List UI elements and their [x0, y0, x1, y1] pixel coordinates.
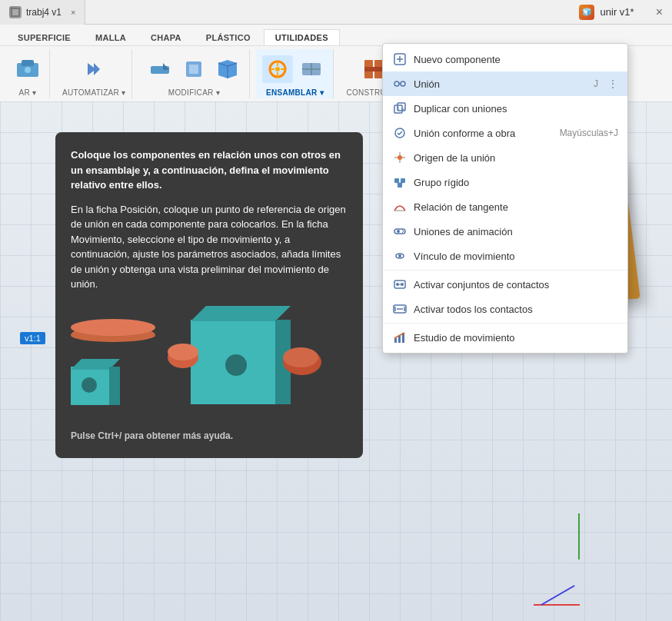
svg-point-42: [397, 230, 400, 233]
scale-badge: v1:1: [20, 332, 45, 344]
menu-item-uniones-animacion[interactable]: Uniones de animación: [383, 219, 627, 244]
ensamblar-icons: [262, 51, 327, 87]
ensamblar-btn2[interactable]: [296, 55, 327, 83]
menu-item-vinculo-movimiento[interactable]: Vínculo de movimiento: [383, 244, 627, 268]
ar-icons: [12, 51, 43, 87]
menu-shortcut-union: J: [594, 78, 598, 89]
menu-icon-union: [392, 76, 408, 91]
svg-rect-35: [394, 178, 399, 183]
tab-plastico[interactable]: PLÁSTICO: [195, 29, 262, 45]
tab-label: trabj4 v1: [26, 7, 62, 18]
menu-icon-origen: [392, 150, 408, 165]
menu-item-estudio-movimiento[interactable]: Estudio de movimiento: [383, 325, 627, 350]
tooltip-para2: En la ficha Posición, coloque un punto d…: [71, 202, 348, 292]
menu-shortcut-union-conforme: Mayúsculas+J: [560, 128, 618, 138]
app-icon: 🧊: [579, 5, 594, 20]
modificar-icons: [145, 51, 243, 87]
svg-point-30: [398, 155, 402, 160]
automatizar-icon: [82, 57, 106, 81]
svg-rect-3: [22, 60, 34, 66]
menu-item-relacion-tangente[interactable]: Relación de tangente: [383, 194, 627, 219]
win-close-button[interactable]: ×: [656, 5, 663, 19]
menu-label-activar-conjuntos: Activar conjuntos de contactos: [414, 279, 618, 291]
tab-chapa[interactable]: CHAPA: [139, 29, 193, 45]
shape-cylinder-top: [71, 319, 155, 344]
title-right: 🧊 unir v1* ×: [579, 5, 672, 20]
illustration-left: [71, 319, 155, 405]
menu-icon-activar-todos: [392, 301, 408, 317]
illustration-right: [168, 304, 321, 420]
tab-malla[interactable]: MALLA: [84, 29, 138, 45]
svg-rect-37: [398, 183, 402, 188]
tab-utilidades[interactable]: UTILIDADES: [264, 29, 340, 45]
tooltip-footer: Pulse Ctrl+/ para obtener más ayuda.: [71, 429, 348, 443]
modificar-btn1[interactable]: [145, 55, 175, 83]
ar-button[interactable]: [12, 55, 43, 83]
menu-icon-activar-conjuntos: [392, 277, 408, 292]
menu-label-duplicar: Duplicar con uniones: [414, 103, 618, 115]
title-bar: trabj4 v1 × 🧊 unir v1* ×: [0, 0, 672, 25]
svg-line-44: [402, 231, 404, 233]
automatizar-icons: [78, 51, 109, 87]
svg-rect-54: [394, 338, 397, 343]
menu-icon-union-conforme: [392, 125, 408, 141]
menu-label-uniones-animacion: Uniones de animación: [414, 226, 618, 237]
ribbon-group-ensamblar: ENSAMBLAR ▾: [256, 49, 334, 98]
menu-separator-1: [383, 270, 627, 271]
modificar-label[interactable]: MODIFICAR ▾: [168, 88, 220, 97]
menu-more-union[interactable]: ⋮: [607, 78, 618, 90]
menu-item-grupo-rigido[interactable]: Grupo rígido: [383, 170, 627, 194]
shape-cube-small: [71, 356, 120, 405]
ensamblar-btn1[interactable]: [262, 55, 293, 83]
axis-y: [578, 513, 580, 560]
ensamblar-label[interactable]: ENSAMBLAR ▾: [266, 88, 324, 97]
svg-rect-7: [189, 65, 198, 74]
menu-item-union[interactable]: Unión J ⋮: [383, 71, 627, 96]
ribbon-group-automatizar: AUTOMATIZAR ▾: [56, 49, 132, 98]
menu-icon-estudio-movimiento: [392, 330, 408, 345]
svg-rect-15: [364, 67, 383, 71]
ribbon-group-modificar: MODIFICAR ▾: [138, 49, 250, 98]
dropdown-menu: Nuevo componente Unión J ⋮ Duplicar con …: [382, 43, 628, 354]
svg-point-22: [394, 81, 399, 86]
menu-label-estudio-movimiento: Estudio de movimiento: [414, 332, 618, 344]
ar-label[interactable]: AR ▾: [19, 88, 37, 97]
menu-label-union-conforme: Unión conforme a obra: [414, 128, 554, 139]
modificar-btn2[interactable]: [178, 55, 209, 83]
menu-item-duplicar[interactable]: Duplicar con uniones: [383, 96, 627, 121]
menu-label-relacion-tangente: Relación de tangente: [414, 201, 618, 213]
modificar-icon2: [181, 57, 206, 81]
ar-icon: [15, 57, 40, 81]
automatizar-label[interactable]: AUTOMATIZAR ▾: [62, 88, 125, 97]
modificar-icon3: [215, 57, 240, 81]
svg-rect-1: [12, 9, 18, 15]
menu-item-activar-todos[interactable]: Activar todos los contactos: [383, 297, 627, 321]
svg-point-23: [401, 81, 405, 86]
svg-rect-36: [401, 178, 405, 183]
menu-label-nuevo-componente: Nuevo componente: [414, 54, 618, 65]
tab-icon: [9, 6, 22, 18]
svg-point-4: [25, 67, 31, 73]
svg-point-48: [401, 283, 404, 286]
svg-point-47: [396, 283, 399, 286]
menu-item-nuevo-componente[interactable]: Nuevo componente: [383, 47, 627, 71]
menu-item-union-conforme[interactable]: Unión conforme a obra Mayúsculas+J: [383, 121, 627, 145]
modificar-icon1: [148, 57, 172, 81]
menu-separator-2: [383, 323, 627, 324]
tooltip-para1: Coloque los componentes en relación unos…: [71, 148, 348, 193]
app-title: unir v1*: [600, 6, 634, 18]
menu-icon-vinculo-movimiento: [392, 248, 408, 264]
menu-icon-uniones-animacion: [392, 224, 408, 239]
tab-superficie[interactable]: SUPERFICIE: [6, 29, 82, 45]
tab-trabj4[interactable]: trabj4 v1 ×: [0, 0, 85, 25]
svg-point-45: [398, 254, 401, 257]
svg-point-9: [275, 67, 280, 71]
menu-item-activar-conjuntos[interactable]: Activar conjuntos de contactos: [383, 272, 627, 297]
menu-item-origen[interactable]: Origen de la unión: [383, 145, 627, 170]
automatizar-button[interactable]: [78, 55, 109, 83]
menu-icon-duplicar: [392, 101, 408, 116]
tab-close[interactable]: ×: [71, 8, 75, 17]
menu-label-origen: Origen de la unión: [414, 152, 618, 164]
menu-label-vinculo-movimiento: Vínculo de movimiento: [414, 251, 618, 262]
modificar-btn3[interactable]: [212, 55, 243, 83]
